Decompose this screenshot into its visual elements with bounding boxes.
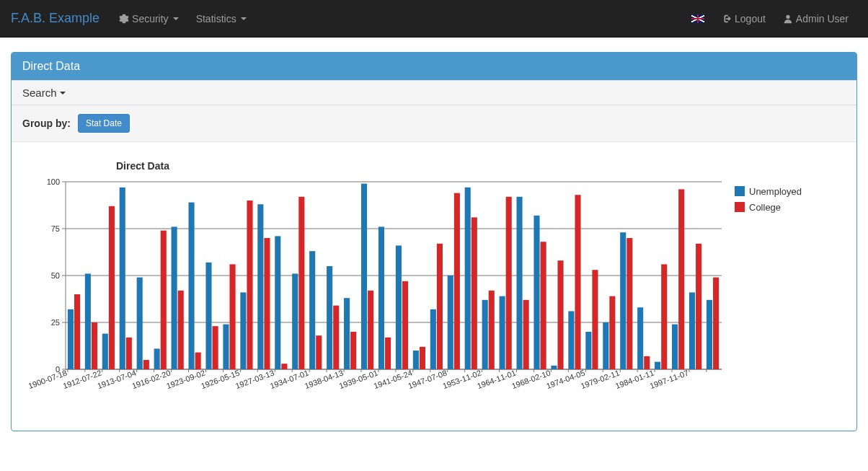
bar-unemployed[interactable] [275, 236, 280, 369]
nav-security[interactable]: Security [110, 2, 187, 35]
bar-college[interactable] [143, 360, 149, 369]
bar-college[interactable] [195, 353, 201, 369]
bar-unemployed[interactable] [500, 296, 505, 369]
bar-unemployed[interactable] [154, 348, 160, 369]
bar-unemployed[interactable] [205, 263, 211, 369]
chart-legend: UnemployedCollege [735, 186, 802, 213]
bar-college[interactable] [437, 244, 443, 369]
bar-unemployed[interactable] [672, 325, 678, 369]
bar-college[interactable] [592, 270, 598, 369]
bar-unemployed[interactable] [189, 203, 195, 369]
bar-unemployed[interactable] [517, 197, 523, 369]
bar-unemployed[interactable] [568, 311, 574, 369]
bar-college[interactable] [350, 332, 356, 369]
bar-college[interactable] [420, 347, 425, 369]
bar-college[interactable] [609, 296, 615, 369]
bar-unemployed[interactable] [551, 366, 557, 369]
nav-statistics[interactable]: Statistics [187, 2, 255, 35]
direct-data-panel: Direct Data Search Group by: Stat Date D… [11, 52, 857, 431]
bar-college[interactable] [558, 260, 564, 369]
bar-college[interactable] [626, 238, 632, 369]
bar-unemployed[interactable] [620, 232, 626, 369]
bar-college[interactable] [178, 291, 184, 369]
legend-label[interactable]: College [749, 202, 781, 213]
legend-swatch[interactable] [735, 186, 745, 196]
bar-unemployed[interactable] [707, 300, 712, 369]
brand-link[interactable]: F.A.B. Example [11, 0, 110, 37]
bar-unemployed[interactable] [344, 298, 350, 369]
bar-college[interactable] [696, 244, 701, 369]
bar-college[interactable] [644, 356, 650, 369]
bar-college[interactable] [471, 217, 477, 369]
bar-college[interactable] [661, 264, 667, 369]
bar-unemployed[interactable] [309, 251, 315, 369]
bar-unemployed[interactable] [482, 300, 488, 369]
bar-college[interactable] [454, 193, 460, 369]
bar-college[interactable] [74, 294, 80, 369]
bar-college[interactable] [92, 322, 97, 369]
bar-unemployed[interactable] [85, 273, 91, 369]
chart-title: Direct Data [116, 160, 846, 172]
legend-swatch[interactable] [735, 202, 745, 212]
legend-label[interactable]: Unemployed [749, 186, 802, 197]
bar-unemployed[interactable] [120, 188, 125, 369]
bar-unemployed[interactable] [68, 309, 74, 369]
nav-user[interactable]: Admin User [774, 2, 857, 35]
bar-college[interactable] [333, 306, 339, 369]
bar-college[interactable] [161, 231, 167, 369]
nav-logout[interactable]: Logout [713, 2, 774, 35]
bar-college[interactable] [316, 335, 322, 369]
nav-user-label: Admin User [796, 13, 849, 25]
bar-college[interactable] [298, 197, 304, 369]
bar-college[interactable] [230, 264, 236, 369]
bar-college[interactable] [368, 291, 373, 369]
bar-unemployed[interactable] [637, 307, 643, 369]
bar-chart: 02550751001900-07-181912-07-221913-07-04… [22, 175, 830, 420]
top-navbar: F.A.B. Example Security Statistics Logou… [0, 0, 868, 38]
bar-college[interactable] [264, 238, 270, 369]
svg-text:25: 25 [51, 318, 60, 327]
bar-unemployed[interactable] [689, 292, 695, 369]
groupby-label: Group by: [22, 118, 71, 129]
bar-unemployed[interactable] [603, 322, 608, 369]
bar-college[interactable] [489, 291, 495, 369]
search-toggle[interactable]: Search [22, 87, 66, 99]
bar-college[interactable] [713, 278, 719, 369]
bar-unemployed[interactable] [378, 226, 384, 369]
bar-unemployed[interactable] [137, 278, 143, 369]
bar-college[interactable] [213, 326, 218, 369]
bar-unemployed[interactable] [448, 276, 453, 369]
bar-college[interactable] [506, 197, 512, 369]
bar-unemployed[interactable] [655, 362, 660, 369]
sign-out-icon [722, 14, 732, 24]
nav-language[interactable] [683, 4, 713, 34]
bar-unemployed[interactable] [413, 351, 419, 369]
bar-unemployed[interactable] [257, 204, 263, 369]
bar-unemployed[interactable] [396, 245, 402, 369]
bar-college[interactable] [575, 195, 580, 369]
svg-text:50: 50 [51, 271, 60, 280]
bar-unemployed[interactable] [361, 184, 367, 369]
bar-unemployed[interactable] [533, 216, 539, 369]
groupby-statdate-button[interactable]: Stat Date [78, 114, 130, 133]
svg-text:75: 75 [51, 224, 60, 233]
bar-college[interactable] [385, 338, 391, 369]
bar-college[interactable] [678, 189, 684, 369]
bar-unemployed[interactable] [102, 334, 108, 369]
bar-unemployed[interactable] [327, 266, 332, 369]
bar-unemployed[interactable] [430, 309, 436, 369]
bar-unemployed[interactable] [223, 325, 229, 369]
bar-college[interactable] [541, 242, 546, 369]
bar-college[interactable] [247, 201, 252, 369]
gear-icon [119, 14, 129, 24]
bar-unemployed[interactable] [585, 332, 591, 369]
bar-college[interactable] [523, 300, 529, 369]
bar-unemployed[interactable] [465, 188, 471, 369]
bar-unemployed[interactable] [172, 226, 177, 369]
bar-college[interactable] [109, 206, 115, 369]
bar-unemployed[interactable] [240, 292, 246, 369]
bar-college[interactable] [126, 338, 132, 369]
bar-college[interactable] [281, 364, 287, 369]
bar-college[interactable] [402, 281, 408, 369]
bar-unemployed[interactable] [292, 273, 298, 369]
